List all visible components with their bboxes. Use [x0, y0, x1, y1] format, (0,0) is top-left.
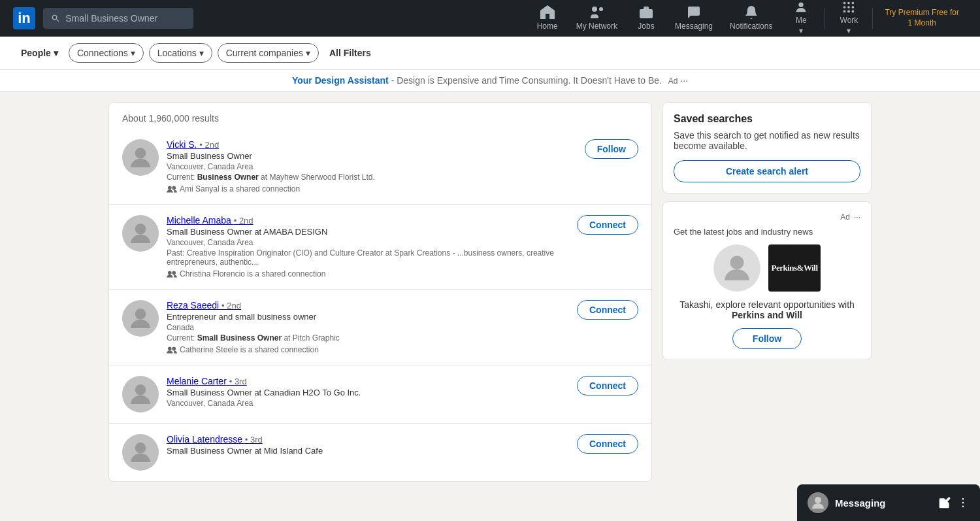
svg-point-16: [135, 224, 146, 235]
ad-card-header: Ad ···: [674, 212, 860, 222]
nav-messaging[interactable]: Messaging: [667, 0, 721, 37]
result-name-link[interactable]: Melanie Carter • 3rd: [167, 376, 247, 386]
result-title: Entrepreneur and small business owner: [167, 312, 569, 322]
people-filter[interactable]: People ▾: [16, 44, 63, 62]
result-shared-connection: Christina Florencio is a shared connecti…: [167, 269, 569, 278]
ad-banner: Your Design Assistant - Design is Expens…: [0, 70, 980, 92]
ad-brand-link[interactable]: Your Design Assistant: [292, 75, 389, 86]
nav-home[interactable]: Home: [528, 0, 567, 37]
connections-filter[interactable]: Connections ▾: [69, 43, 144, 63]
result-info: Reza Saeedi • 2nd Entrepreneur and small…: [167, 300, 569, 354]
result-info: Olivia Latendresse • 3rd Small Business …: [167, 434, 569, 457]
nav-notifications[interactable]: Notifications: [722, 0, 780, 37]
svg-point-15: [172, 186, 176, 190]
connection-degree: • 2nd: [199, 140, 219, 150]
ad-label: Ad: [668, 76, 678, 86]
svg-point-19: [135, 309, 146, 320]
svg-point-10: [843, 10, 846, 13]
result-name: Melanie Carter • 3rd: [167, 376, 569, 386]
svg-point-9: [852, 6, 855, 8]
result-name-link[interactable]: Reza Saeedi • 2nd: [167, 300, 241, 311]
connection-degree: • 2nd: [234, 216, 253, 226]
result-shared-connection: Catherine Steele is a shared connection: [167, 345, 569, 354]
result-action: Connect: [577, 300, 638, 320]
result-past: Past: Creative Inspiration Originator (C…: [167, 248, 569, 267]
result-location: Vancouver, Canada Area: [167, 162, 577, 171]
search-input[interactable]: [65, 13, 186, 24]
ad-person-avatar: [713, 244, 760, 292]
saved-searches-card: Saved searches Save this search to get n…: [662, 102, 872, 193]
result-name-link[interactable]: Olivia Latendresse • 3rd: [167, 434, 263, 445]
ad-card-options[interactable]: ···: [854, 212, 860, 222]
ad-card-text: Takashi, explore relevant opportunities …: [674, 299, 860, 320]
all-filters-button[interactable]: All Filters: [324, 44, 376, 62]
result-name: Olivia Latendresse • 3rd: [167, 434, 569, 445]
svg-point-1: [599, 7, 603, 11]
nav-divider: [825, 8, 825, 29]
nav-me[interactable]: Me ▾: [781, 0, 821, 37]
result-item: Melanie Carter • 3rd Small Business Owne…: [109, 365, 651, 424]
main-layout: About 1,960,000 results Vicki S. • 2nd S…: [98, 102, 882, 482]
premium-button[interactable]: Try Premium Free for 1 Month: [877, 8, 967, 28]
result-item: Reza Saeedi • 2nd Entrepreneur and small…: [109, 290, 651, 365]
svg-point-20: [168, 347, 172, 351]
filter-bar: People ▾ Connections ▾ Locations ▾ Curre…: [0, 37, 980, 70]
messaging-bar[interactable]: Messaging: [797, 484, 980, 492]
svg-point-7: [843, 6, 846, 8]
result-action: Follow: [585, 139, 638, 159]
svg-point-3: [799, 3, 804, 7]
result-name-link[interactable]: Vicki S. • 2nd: [167, 139, 219, 150]
create-search-alert-button[interactable]: Create search alert: [674, 160, 860, 182]
svg-point-6: [852, 2, 855, 5]
saved-searches-title: Saved searches: [674, 113, 860, 125]
ad-card-label: Ad: [840, 212, 850, 222]
result-title: Small Business Owner at Mid Island Cafe: [167, 446, 569, 456]
nav-divider-2: [872, 8, 873, 29]
ad-options[interactable]: ···: [680, 75, 688, 86]
result-title: Small Business Owner at AMABA DESIGN: [167, 227, 569, 237]
svg-point-21: [172, 347, 176, 351]
result-shared-connection: Ami Sanyal is a shared connection: [167, 184, 577, 193]
nav-work[interactable]: Work ▾: [829, 0, 868, 37]
ad-follow-button[interactable]: Follow: [732, 328, 802, 349]
svg-point-13: [135, 148, 146, 159]
svg-point-24: [730, 256, 744, 269]
connect-button[interactable]: Connect: [577, 376, 638, 395]
follow-button[interactable]: Follow: [585, 139, 638, 159]
locations-filter[interactable]: Locations ▾: [149, 43, 212, 63]
result-name: Michelle Amaba • 2nd: [167, 215, 569, 226]
linkedin-logo[interactable]: in: [13, 7, 35, 29]
nav-jobs[interactable]: Jobs: [627, 0, 666, 37]
result-info: Michelle Amaba • 2nd Small Business Owne…: [167, 215, 569, 278]
result-action: Connect: [577, 376, 638, 395]
results-count: About 1,960,000 results: [109, 103, 651, 129]
svg-point-0: [592, 7, 597, 12]
svg-point-8: [848, 6, 851, 8]
search-bar[interactable]: [43, 8, 193, 29]
avatar: [122, 215, 159, 252]
result-name-link[interactable]: Michelle Amaba • 2nd: [167, 215, 253, 226]
result-location: Canada: [167, 323, 569, 332]
connection-degree: • 3rd: [245, 435, 263, 445]
current-companies-filter[interactable]: Current companies ▾: [218, 43, 319, 63]
connect-button[interactable]: Connect: [577, 300, 638, 320]
navbar: in Home My Network Jobs Messaging Notifi…: [0, 0, 980, 37]
result-item: Michelle Amaba • 2nd Small Business Owne…: [109, 205, 651, 290]
connection-degree: • 3rd: [229, 377, 247, 386]
ad-card: Ad ··· Get the latest jobs and industry …: [662, 201, 872, 360]
connect-button[interactable]: Connect: [577, 434, 638, 454]
main-nav: Home My Network Jobs Messaging Notificat…: [528, 0, 967, 37]
nav-my-network[interactable]: My Network: [568, 0, 625, 37]
svg-point-11: [848, 10, 851, 13]
result-title: Small Business Owner at Canadian H2O To …: [167, 388, 569, 397]
result-title: Small Business Owner: [167, 151, 577, 161]
avatar: [122, 300, 159, 337]
result-info: Vicki S. • 2nd Small Business Owner Vanc…: [167, 139, 577, 193]
connection-degree: • 2nd: [221, 301, 241, 311]
result-current: Current: Business Owner at Mayhew Sherwo…: [167, 173, 577, 182]
ad-card-description: Get the latest jobs and industry news: [674, 227, 860, 237]
svg-rect-2: [640, 9, 653, 18]
result-name: Reza Saeedi • 2nd: [167, 300, 569, 311]
connect-button[interactable]: Connect: [577, 215, 638, 235]
sidebar: Saved searches Save this search to get n…: [662, 102, 872, 482]
